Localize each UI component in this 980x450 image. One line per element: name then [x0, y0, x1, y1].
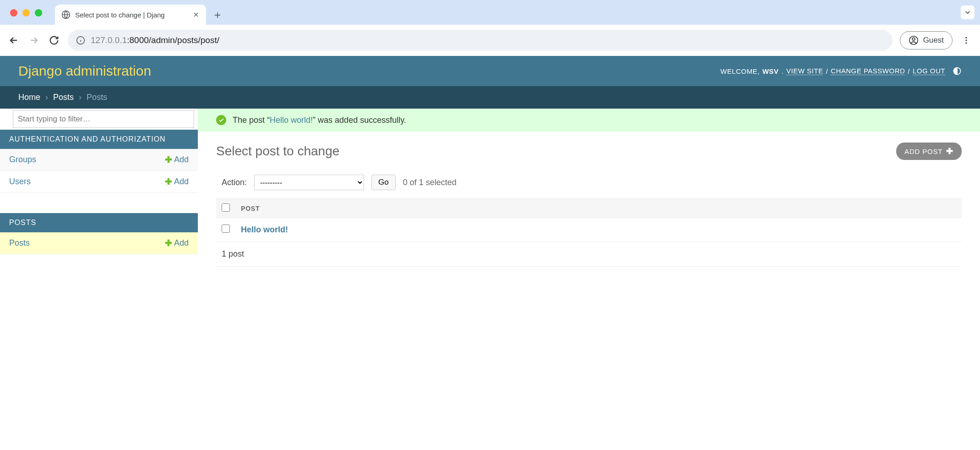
app-auth: AUTHENTICATION AND AUTHORIZATION Groups …	[0, 130, 198, 193]
plus-icon: ✚	[165, 238, 172, 248]
tab-title: Select post to change | Djang	[75, 11, 188, 19]
model-link-users[interactable]: Users	[9, 177, 31, 187]
new-tab-button[interactable]	[211, 8, 224, 22]
user-tools: WELCOME, WSV. VIEW SITE / CHANGE PASSWOR…	[720, 66, 962, 76]
paginator: 1 post	[216, 242, 962, 267]
message-prefix: The post “	[233, 115, 270, 125]
model-row-groups: Groups ✚Add	[0, 149, 198, 171]
model-row-posts: Posts ✚Add	[0, 232, 198, 254]
close-icon[interactable]	[192, 11, 200, 18]
django-header: Django administration WELCOME, WSV. VIEW…	[0, 56, 980, 86]
theme-toggle-icon[interactable]	[953, 66, 962, 76]
svg-point-5	[965, 39, 967, 41]
browser-toolbar: 127.0.0.1:8000/admin/posts/post/ Guest	[0, 25, 980, 56]
site-title[interactable]: Django administration	[18, 63, 151, 79]
change-password-link[interactable]: CHANGE PASSWORD	[831, 67, 905, 75]
table-row: Hello world!	[216, 218, 962, 242]
profile-label: Guest	[923, 36, 944, 45]
plus-icon: ✚	[165, 154, 172, 165]
add-post-button[interactable]: ADD POST ✚	[896, 143, 962, 160]
logout-link[interactable]: LOG OUT	[913, 67, 945, 75]
browser-tab[interactable]: Select post to change | Djang	[55, 5, 206, 25]
reload-button[interactable]	[48, 34, 60, 47]
svg-point-4	[965, 37, 967, 38]
forward-button[interactable]	[27, 34, 40, 47]
breadcrumb-current: Posts	[87, 93, 107, 102]
add-link-groups[interactable]: ✚Add	[165, 154, 189, 165]
welcome-text: WELCOME,	[720, 67, 760, 75]
url-text: 127.0.0.1:8000/admin/posts/post/	[91, 35, 219, 45]
model-row-users: Users ✚Add	[0, 171, 198, 193]
message-object-link[interactable]: Hello world!	[270, 115, 313, 125]
window-close-button[interactable]	[10, 9, 17, 16]
svg-point-3	[912, 38, 915, 40]
app-caption-auth[interactable]: AUTHENTICATION AND AUTHORIZATION	[0, 130, 198, 149]
window-maximize-button[interactable]	[35, 9, 42, 16]
model-link-groups[interactable]: Groups	[9, 155, 36, 165]
action-row: Action: --------- Go 0 of 1 selected	[216, 171, 962, 194]
results-table: POST Hello world!	[216, 198, 962, 242]
content: The post “Hello world!” was added succes…	[198, 109, 980, 278]
app-posts: POSTS Posts ✚Add	[0, 213, 198, 254]
browser-tab-strip: Select post to change | Djang	[0, 0, 980, 25]
profile-button[interactable]: Guest	[900, 31, 953, 49]
action-label: Action:	[222, 178, 247, 187]
go-button[interactable]: Go	[371, 175, 396, 190]
breadcrumb-app[interactable]: Posts	[53, 93, 74, 102]
plus-icon: ✚	[946, 146, 953, 156]
select-all-header	[216, 199, 235, 218]
breadcrumb-home[interactable]: Home	[18, 93, 40, 102]
add-link-posts[interactable]: ✚Add	[165, 238, 189, 248]
row-checkbox[interactable]	[222, 225, 230, 233]
column-post[interactable]: POST	[235, 199, 962, 218]
window-controls	[10, 9, 42, 16]
row-link[interactable]: Hello world!	[241, 225, 288, 234]
select-all-checkbox[interactable]	[222, 203, 230, 212]
tabs-dropdown-button[interactable]	[961, 5, 975, 19]
globe-icon	[61, 10, 71, 19]
view-site-link[interactable]: VIEW SITE	[786, 67, 823, 75]
success-message: The post “Hello world!” was added succes…	[198, 109, 980, 132]
checkmark-icon	[216, 115, 226, 125]
add-button-label: ADD POST	[904, 148, 942, 155]
add-link-users[interactable]: ✚Add	[165, 176, 189, 187]
address-bar[interactable]: 127.0.0.1:8000/admin/posts/post/	[68, 30, 893, 51]
site-info-icon[interactable]	[76, 36, 85, 45]
page-title: Select post to change	[216, 144, 339, 159]
user-icon	[909, 35, 919, 45]
sidebar: AUTHENTICATION AND AUTHORIZATION Groups …	[0, 109, 198, 278]
app-caption-posts[interactable]: POSTS	[0, 213, 198, 232]
svg-point-6	[965, 42, 967, 44]
selection-count: 0 of 1 selected	[403, 178, 457, 187]
plus-icon: ✚	[165, 176, 172, 187]
window-minimize-button[interactable]	[22, 9, 30, 16]
back-button[interactable]	[7, 34, 20, 47]
browser-menu-button[interactable]	[960, 34, 973, 47]
action-select[interactable]: ---------	[254, 175, 364, 190]
message-suffix: ” was added successfully.	[313, 115, 406, 125]
model-link-posts[interactable]: Posts	[9, 238, 30, 248]
username: WSV	[762, 67, 779, 75]
nav-filter-input[interactable]	[13, 110, 194, 128]
breadcrumb: Home › Posts › Posts	[0, 86, 980, 109]
